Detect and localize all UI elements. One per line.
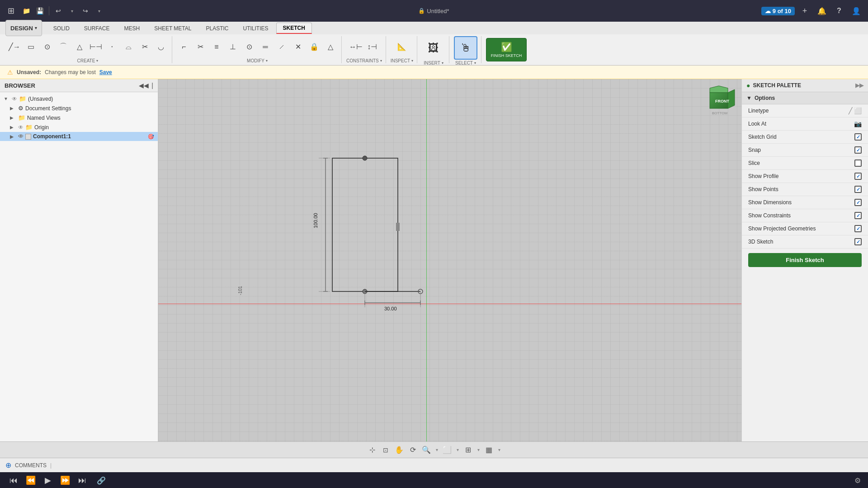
vert-dim-tool[interactable]: ↕⊣: [365, 40, 379, 54]
3d-sketch-checkbox[interactable]: ✓: [854, 238, 862, 245]
finish-sketch-button[interactable]: ✅ FINISH SKETCH: [486, 38, 527, 61]
slice-checkbox[interactable]: [854, 160, 862, 167]
eye-icon-comp1[interactable]: 👁: [18, 133, 24, 140]
line-tool[interactable]: ╱→: [7, 40, 22, 54]
arc-tool[interactable]: ⌒: [56, 40, 71, 54]
circle-tool[interactable]: ⊙: [40, 40, 54, 54]
undo-dropdown[interactable]: ▾: [66, 5, 78, 17]
canvas-area[interactable]: 100.00 30.00 -101: [158, 79, 741, 441]
redo-dropdown[interactable]: ▾: [93, 5, 105, 17]
next-button[interactable]: ⏩: [59, 474, 71, 487]
motion-link-icon[interactable]: 🔗: [97, 476, 106, 485]
eye-icon-root[interactable]: 👁: [12, 96, 17, 102]
sketch-rectangle[interactable]: [332, 158, 398, 291]
slot-tool[interactable]: ⊢⊣: [89, 40, 103, 54]
tab-solid[interactable]: SOLID: [47, 23, 76, 33]
tree-item-origin[interactable]: ▶ 👁 📁 Origin: [0, 122, 158, 132]
tree-item-named-views[interactable]: ▶ 📁 Named Views: [0, 113, 158, 122]
modify-label[interactable]: MODIFY ▾: [247, 58, 268, 63]
display-dropdown[interactable]: ▾: [454, 444, 461, 456]
orbit-button[interactable]: ⟳: [406, 444, 419, 456]
create-label[interactable]: CREATE ▾: [77, 58, 99, 63]
midpoint-right-handle[interactable]: [396, 223, 400, 231]
play-button[interactable]: ▶: [42, 474, 54, 487]
offset-tool[interactable]: ◡: [154, 40, 168, 54]
grid-dropdown[interactable]: ▾: [475, 444, 481, 456]
sketch-grid-checkbox[interactable]: ✓: [854, 133, 862, 141]
browser-collapse-button[interactable]: ◀◀: [139, 82, 149, 89]
tree-item-doc-settings[interactable]: ▶ ⚙ Document Settings: [0, 103, 158, 113]
tab-sketch[interactable]: SKETCH: [276, 23, 312, 34]
show-dimensions-checkbox[interactable]: ✓: [854, 199, 862, 206]
settings-gear-button[interactable]: ⚙: [854, 476, 861, 485]
skip-to-end-button[interactable]: ⏭: [76, 474, 89, 487]
horiz-dim-tool[interactable]: ↔⊢: [349, 40, 363, 54]
project-tool[interactable]: ✕: [291, 40, 305, 54]
show-points-checkbox[interactable]: ✓: [854, 186, 862, 193]
show-projected-checkbox[interactable]: ✓: [854, 225, 862, 232]
undo-button[interactable]: ↩: [52, 5, 65, 17]
point-tool[interactable]: ⬝: [105, 40, 119, 54]
panel-collapse-button[interactable]: ▶▶: [855, 82, 863, 89]
snap-checkbox[interactable]: ✓: [854, 146, 862, 154]
redo-button[interactable]: ↪: [79, 5, 92, 17]
select-label[interactable]: SELECT ▾: [455, 61, 476, 66]
fix-lock-tool[interactable]: 🔒: [307, 40, 321, 54]
view-settings-button[interactable]: ▦: [482, 444, 495, 456]
previous-button[interactable]: ⏪: [24, 474, 37, 487]
cursor-mode-button[interactable]: ⊹: [366, 444, 378, 456]
trim-tool[interactable]: ✂: [193, 40, 208, 54]
app-grid-button[interactable]: ⊞: [4, 4, 18, 18]
display-mode-button[interactable]: ⬜: [441, 444, 453, 456]
finish-sketch-panel-button[interactable]: Finish Sketch: [748, 253, 862, 267]
show-profile-checkbox[interactable]: ✓: [854, 173, 862, 180]
view-settings-dropdown[interactable]: ▾: [496, 444, 502, 456]
tab-sheet-metal[interactable]: SHEET METAL: [147, 23, 198, 33]
sketch-scale-tool[interactable]: △: [323, 40, 338, 54]
zoom-button[interactable]: 🔍: [420, 444, 433, 456]
tab-plastic[interactable]: PLASTIC: [199, 23, 235, 33]
polygon-tool[interactable]: △: [72, 40, 87, 54]
view-cube[interactable]: FRONT BOTTOM: [701, 84, 737, 120]
show-constraints-checkbox[interactable]: ✓: [854, 212, 862, 219]
zoom-dropdown[interactable]: ▾: [434, 444, 440, 456]
pan-button[interactable]: ✋: [393, 444, 406, 456]
mirror-tool[interactable]: ═: [258, 40, 273, 54]
view-cube-toggle[interactable]: ⊡: [379, 444, 392, 456]
user-account-button[interactable]: 👤: [849, 4, 863, 18]
eye-icon-origin[interactable]: 👁: [18, 124, 24, 131]
rectangle-tool[interactable]: ▭: [24, 40, 38, 54]
conic-tool[interactable]: ✂: [137, 40, 152, 54]
tab-utilities[interactable]: UTILITIES: [236, 23, 275, 33]
inspect-label[interactable]: INSPECT ▾: [391, 58, 413, 63]
insert-label[interactable]: INSERT ▾: [424, 61, 443, 66]
break-tool[interactable]: ⊥: [226, 40, 240, 54]
linetype-solid-icon[interactable]: ╱: [849, 107, 852, 114]
skip-to-start-button[interactable]: ⏮: [7, 474, 20, 487]
tree-item-component1[interactable]: ▶ 👁 Component1:1 🎯: [0, 132, 158, 141]
bell-icon[interactable]: 🔔: [815, 4, 829, 18]
circular-pattern-tool[interactable]: ⟋: [274, 40, 289, 54]
tree-item-root[interactable]: ▼ 👁 📁 (Unsaved): [0, 94, 158, 103]
constraints-label[interactable]: CONSTRAINTS ▾: [346, 58, 382, 63]
options-section-header[interactable]: ▼ Options: [742, 92, 868, 104]
help-button[interactable]: ?: [832, 4, 846, 18]
file-open-button[interactable]: 📁: [20, 5, 33, 17]
add-button[interactable]: +: [797, 4, 812, 18]
grid-button[interactable]: ⊞: [462, 444, 474, 456]
offset-curve-tool[interactable]: ⊙: [242, 40, 256, 54]
save-link[interactable]: Save: [99, 69, 112, 75]
tab-surface[interactable]: SURFACE: [77, 23, 117, 33]
spline-tool[interactable]: ⌓: [121, 40, 136, 54]
browser-pin-button[interactable]: |: [151, 82, 153, 89]
look-at-button[interactable]: 📷: [854, 120, 862, 127]
midpoint-top[interactable]: [363, 156, 367, 160]
extend-tool[interactable]: ≡: [209, 40, 224, 54]
select-tool-button[interactable]: 🖱: [454, 36, 477, 60]
fillet-tool[interactable]: ⌐: [177, 40, 191, 54]
linetype-dashed-icon[interactable]: ⬜: [854, 107, 862, 114]
design-dropdown[interactable]: DESIGN ▾: [5, 20, 42, 36]
add-comment-button[interactable]: ⊕: [5, 461, 11, 469]
save-button[interactable]: 💾: [33, 5, 46, 17]
tab-mesh[interactable]: MESH: [118, 23, 147, 33]
